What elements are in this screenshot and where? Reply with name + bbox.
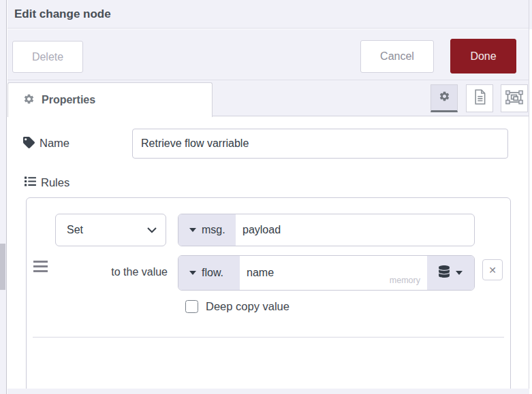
- value-type-label: flow.: [202, 267, 223, 279]
- name-input[interactable]: [132, 129, 508, 159]
- gear-icon: [439, 91, 450, 105]
- property-type-button[interactable]: msg.: [178, 214, 236, 246]
- rule-action-select[interactable]: Set: [55, 214, 166, 246]
- rule-value-typedinput: flow. memory: [178, 255, 475, 291]
- description-tab-button[interactable]: [466, 84, 493, 112]
- tab-properties-label: Properties: [42, 94, 95, 106]
- file-text-icon: [473, 89, 486, 108]
- tag-icon: [23, 137, 35, 151]
- workspace-edge: [0, 0, 7, 394]
- context-store-button[interactable]: [427, 256, 474, 290]
- edit-change-node-dialog: Edit change node Delete Cancel Done Prop…: [0, 0, 532, 394]
- drag-handle[interactable]: [33, 261, 48, 275]
- value-type-button[interactable]: flow.: [178, 256, 240, 290]
- remove-rule-button[interactable]: ✕: [482, 259, 503, 280]
- object-group-icon: [505, 90, 523, 108]
- tray-toolbar: Delete Cancel Done: [7, 29, 529, 80]
- properties-tab-button[interactable]: [431, 84, 458, 112]
- tray-header: Edit change node: [7, 0, 529, 29]
- done-button[interactable]: Done: [450, 39, 516, 73]
- property-input[interactable]: [236, 214, 474, 246]
- rule-action-value: Set: [67, 224, 147, 236]
- caret-down-icon: [456, 271, 463, 275]
- deep-copy-checkbox[interactable]: [185, 300, 198, 313]
- corner-fill: [529, 0, 532, 29]
- rule-property-typedinput: msg.: [178, 214, 475, 246]
- appearance-tab-button[interactable]: [501, 84, 528, 112]
- tab-properties[interactable]: Properties: [7, 82, 213, 117]
- deep-copy-label: Deep copy value: [206, 300, 290, 313]
- gear-icon: [23, 93, 35, 108]
- database-icon: [439, 265, 450, 280]
- context-store-hint: memory: [390, 276, 420, 285]
- caret-down-icon: [189, 271, 196, 275]
- rule-divider: [33, 337, 504, 338]
- rules-label: Rules: [41, 176, 69, 189]
- scrollbar-thumb[interactable]: [0, 244, 5, 290]
- list-icon: [25, 176, 36, 190]
- close-icon: ✕: [488, 265, 497, 276]
- editor-tabbar: Properties: [7, 80, 529, 116]
- bottom-strip: [7, 389, 529, 394]
- delete-button[interactable]: Delete: [12, 41, 83, 73]
- edit-tray: Edit change node Delete Cancel Done Prop…: [7, 0, 529, 394]
- cancel-button[interactable]: Cancel: [360, 40, 434, 73]
- to-the-value-label: to the value: [89, 266, 168, 278]
- property-type-label: msg.: [202, 224, 225, 236]
- name-label: Name: [40, 137, 69, 150]
- caret-down-icon: [189, 228, 196, 232]
- dialog-title: Edit change node: [14, 7, 111, 21]
- chevron-down-icon: [147, 224, 166, 236]
